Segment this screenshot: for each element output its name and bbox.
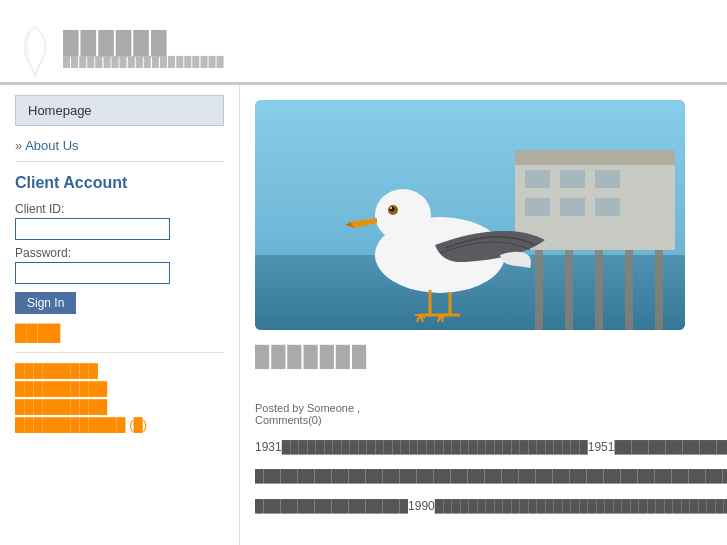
password-label: Password: <box>15 246 224 260</box>
main-content: ███████ MAR. 18 Posted by Someone , Comm… <box>240 85 727 545</box>
sidebar-link-item[interactable]: ████████████ (█) <box>15 417 224 432</box>
svg-point-18 <box>390 207 395 212</box>
site-title: ██████ <box>63 30 225 56</box>
svg-rect-14 <box>655 250 663 330</box>
logo-icon <box>15 22 55 82</box>
svg-rect-8 <box>560 198 585 216</box>
svg-rect-7 <box>525 198 550 216</box>
site-subtitle: ████████████████████ <box>63 56 225 67</box>
about-us-link[interactable]: About Us <box>15 138 79 153</box>
article-meta: Posted by Someone , Comments(0) <box>255 402 727 426</box>
client-id-input[interactable] <box>15 218 170 240</box>
client-account-title: Client Account <box>15 174 224 192</box>
article-paragraph: ██████████████████1990██████████████████… <box>255 497 727 516</box>
comments: Comments(0) <box>255 414 322 426</box>
nav-homepage-item[interactable]: Homepage <box>15 95 224 126</box>
password-input[interactable] <box>15 262 170 284</box>
svg-rect-13 <box>625 250 633 330</box>
sidebar-link-item[interactable]: ██████████ <box>15 399 224 414</box>
svg-rect-11 <box>565 250 573 330</box>
content-area: Homepage About Us Client Account Client … <box>0 85 727 545</box>
register-link[interactable]: ████ <box>15 324 224 353</box>
sidebar-link-item[interactable]: ██████████ <box>15 381 224 396</box>
client-id-label: Client ID: <box>15 202 224 216</box>
svg-rect-3 <box>515 150 675 165</box>
svg-rect-6 <box>595 170 620 188</box>
article-header: ███████ MAR. 18 <box>255 345 727 396</box>
svg-rect-4 <box>525 170 550 188</box>
svg-rect-9 <box>595 198 620 216</box>
hero-image <box>255 100 685 330</box>
article-paragraph: ████████████████████████████████████████… <box>255 467 727 486</box>
svg-rect-12 <box>595 250 603 330</box>
svg-point-16 <box>375 189 431 241</box>
signin-button[interactable]: Sign In <box>15 292 76 314</box>
logo-text-area: ██████ ████████████████████ <box>63 30 225 75</box>
svg-rect-10 <box>535 250 543 330</box>
logo-area: ██████ ████████████████████ <box>15 22 225 82</box>
sidebar-link-item[interactable]: █████████ <box>15 363 224 378</box>
article-body: 1931████████████████████████████████████… <box>255 438 727 516</box>
posted-by: Posted by Someone , <box>255 402 360 414</box>
client-account-section: Client Account Client ID: Password: Sign… <box>15 174 224 353</box>
sidebar: Homepage About Us Client Account Client … <box>0 85 240 545</box>
svg-rect-5 <box>560 170 585 188</box>
header: ██████ ████████████████████ <box>0 0 727 85</box>
svg-point-19 <box>390 207 392 209</box>
page-wrapper: ██████ ████████████████████ Homepage Abo… <box>0 0 727 545</box>
article-title: ███████ <box>255 345 368 368</box>
nav-about-item: About Us <box>15 134 224 162</box>
sidebar-links: ████████████████████████████████████████… <box>15 363 224 432</box>
article-paragraph: 1931████████████████████████████████████… <box>255 438 727 457</box>
